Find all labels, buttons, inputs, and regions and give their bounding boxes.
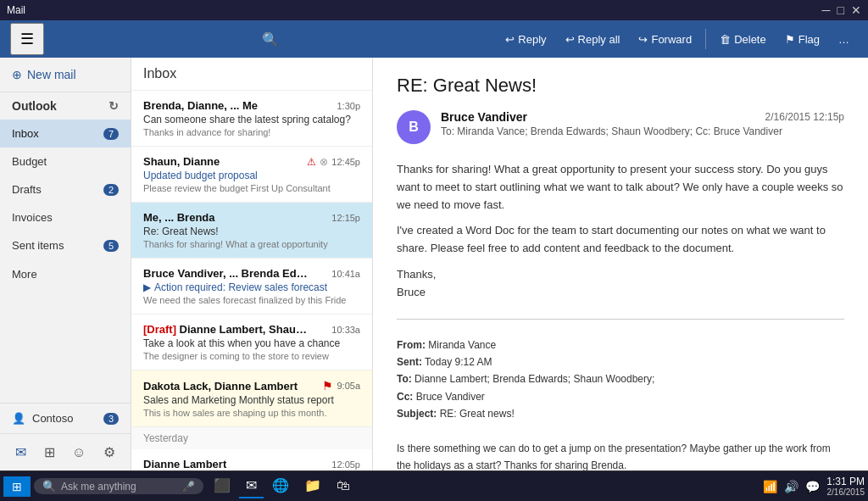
email-item[interactable]: Dakota Lack, Dianne Lambert ⚑ 9:05a Sale… bbox=[131, 370, 372, 427]
email-list: Inbox Brenda, Dianne, ... Me 1:30p Can s… bbox=[131, 58, 373, 470]
email-list-header: Inbox bbox=[131, 58, 372, 91]
people-footer-icon[interactable]: ☺ bbox=[69, 442, 89, 464]
email-subject: Take a look at this when you have a chan… bbox=[143, 337, 360, 349]
account-name: Outlook bbox=[12, 99, 57, 113]
mic-icon[interactable]: 🎤 bbox=[182, 481, 195, 493]
email-time: 12:15p bbox=[331, 213, 360, 223]
window: Mail ─ □ ✕ ☰ 🔍 ↩ Reply ↩ Reply all ↪ For… bbox=[0, 0, 868, 501]
email-item[interactable]: Me, ... Brenda 12:15p Re: Great News! Th… bbox=[131, 203, 372, 259]
notification-icon: 💬 bbox=[805, 480, 820, 493]
email-date: 2/16/2015 12:15p bbox=[765, 111, 844, 123]
maximize-button[interactable]: □ bbox=[837, 3, 844, 17]
email-time: 1:30p bbox=[337, 101, 360, 111]
taskbar-time: 1:31 PM bbox=[826, 476, 865, 487]
email-item[interactable]: Dianne Lambert 12:05p Display refresh Hi… bbox=[131, 449, 372, 470]
email-subject: Can someone share the latest spring cata… bbox=[143, 114, 360, 125]
start-button[interactable]: ⊞ bbox=[3, 476, 31, 497]
email-subject: Re: Great News! bbox=[143, 225, 360, 237]
close-button[interactable]: ✕ bbox=[851, 3, 861, 17]
sidebar-account-header: Outlook ↻ bbox=[0, 92, 131, 120]
search-icon[interactable]: 🔍 bbox=[262, 31, 279, 47]
taskbar-search-input[interactable] bbox=[61, 481, 177, 493]
toolbar-action-buttons: ↩ Reply ↩ Reply all ↪ Forward 🗑 Delete ⚑… bbox=[497, 28, 858, 51]
flag-indicator-icon: ⚑ bbox=[322, 379, 333, 392]
action-text: Action required: Review sales forecast bbox=[154, 281, 327, 293]
flag-button[interactable]: ⚑ Flag bbox=[776, 28, 828, 51]
taskbar-app-mail[interactable]: ✉ bbox=[239, 474, 264, 498]
sidebar-item-invoices[interactable]: Invoices bbox=[0, 203, 131, 231]
sidebar-footer: ✉ ⊞ ☺ ⚙ bbox=[0, 433, 131, 470]
taskbar-app-explorer[interactable]: 📁 bbox=[298, 474, 328, 498]
refresh-icon[interactable]: ↻ bbox=[108, 99, 119, 113]
quoted-block-1: From: Miranda Vance Sent: Today 9:12 AM … bbox=[397, 337, 844, 470]
taskbar: ⊞ 🔍 🎤 ⬛ ✉ 🌐 📁 🛍 📶 🔊 💬 1:31 PM 2/16/2015 bbox=[0, 470, 868, 501]
account-icon: 👤 bbox=[12, 412, 25, 425]
email-preview: Please review the budget First Up Consul… bbox=[143, 183, 360, 193]
email-time: 9:05a bbox=[337, 381, 360, 391]
taskbar-search-icon: 🔍 bbox=[42, 480, 56, 493]
taskbar-clock: 1:31 PM 2/16/2015 bbox=[826, 476, 865, 497]
volume-icon: 🔊 bbox=[784, 480, 798, 493]
email-item[interactable]: Brenda, Dianne, ... Me 1:30p Can someone… bbox=[131, 91, 372, 147]
email-time: 10:33a bbox=[331, 325, 360, 335]
email-preview: Thanks in advance for sharing! bbox=[143, 127, 360, 137]
taskbar-right: 📶 🔊 💬 1:31 PM 2/16/2015 bbox=[763, 476, 865, 497]
flag-icon: ⚑ bbox=[785, 33, 795, 46]
mail-footer-icon[interactable]: ✉ bbox=[12, 441, 30, 464]
email-detail-meta: Bruce Vandiver 2/16/2015 12:15p To: Mira… bbox=[441, 110, 844, 137]
email-item[interactable]: Shaun, Dianne ⚠ ⊗ 12:45p Updated budget … bbox=[131, 147, 372, 203]
reply-all-icon: ↩ bbox=[565, 33, 575, 46]
network-icon: 📶 bbox=[763, 480, 777, 493]
email-time: 12:45p bbox=[331, 157, 360, 167]
window-controls: ─ □ ✕ bbox=[822, 3, 861, 17]
sidebar-navigation: Inbox 7 Budget Drafts 2 Invoices Sent it… bbox=[0, 120, 131, 259]
email-time: 10:41a bbox=[331, 269, 360, 279]
sidebar-item-budget[interactable]: Budget bbox=[0, 148, 131, 175]
delete-button[interactable]: 🗑 Delete bbox=[711, 28, 775, 51]
taskbar-app-browser[interactable]: 🌐 bbox=[265, 474, 296, 498]
email-time: 12:05p bbox=[331, 459, 360, 470]
account-label: Contoso bbox=[32, 412, 73, 425]
apps-footer-icon[interactable]: ⊞ bbox=[41, 441, 58, 464]
email-preview: This is how sales are shaping up this mo… bbox=[143, 408, 360, 418]
email-preview: Thanks for sharing! What a great opportu… bbox=[143, 239, 360, 249]
settings-footer-icon[interactable]: ⚙ bbox=[100, 441, 119, 464]
error-icon: ⚠ bbox=[307, 156, 316, 168]
more-folders-button[interactable]: More bbox=[0, 259, 131, 289]
email-detail-subject: RE: Great News! bbox=[397, 75, 844, 97]
taskbar-app-store[interactable]: 🛍 bbox=[330, 475, 357, 498]
email-subject: Sales and Marketing Monthly status repor… bbox=[143, 394, 360, 406]
email-from: Dianne Lambert bbox=[143, 458, 226, 470]
sidebar-item-sent[interactable]: Sent items 5 bbox=[0, 231, 131, 259]
more-button[interactable]: … bbox=[830, 28, 858, 51]
toolbar: ☰ 🔍 ↩ Reply ↩ Reply all ↪ Forward 🗑 Dele… bbox=[0, 20, 868, 58]
email-to-line: To: Miranda Vance; Brenda Edwards; Shaun… bbox=[441, 125, 844, 137]
email-from: Dakota Lack, Dianne Lambert bbox=[143, 380, 298, 392]
main-content: ⊕ New mail Outlook ↻ Inbox 7 Budget Draf… bbox=[0, 58, 868, 470]
email-action-row: ▶ Action required: Review sales forecast bbox=[143, 281, 360, 293]
sidebar-item-inbox[interactable]: Inbox 7 bbox=[0, 120, 131, 148]
email-item[interactable]: [Draft] Dianne Lambert, Shaun Wo... 10:3… bbox=[131, 315, 372, 370]
forward-button[interactable]: ↪ Forward bbox=[630, 28, 700, 51]
new-mail-icon: ⊕ bbox=[12, 68, 22, 81]
cancel-icon: ⊗ bbox=[320, 156, 328, 168]
reply-all-button[interactable]: ↩ Reply all bbox=[557, 28, 629, 51]
taskbar-search[interactable]: 🔍 🎤 bbox=[34, 478, 203, 494]
minimize-button[interactable]: ─ bbox=[822, 3, 831, 17]
new-mail-button[interactable]: ⊕ New mail bbox=[0, 58, 131, 92]
email-body: Thanks for sharing! What a great opportu… bbox=[397, 161, 844, 302]
email-item[interactable]: Bruce Vandiver, ... Brenda Edwards 10:41… bbox=[131, 259, 372, 315]
taskbar-date: 2/16/2015 bbox=[826, 487, 865, 497]
sender-name: Bruce Vandiver bbox=[441, 110, 527, 124]
toolbar-separator bbox=[705, 29, 706, 49]
email-from: Brenda, Dianne, ... Me bbox=[143, 99, 258, 112]
taskbar-apps: ⬛ ✉ 🌐 📁 🛍 bbox=[207, 474, 357, 498]
delete-icon: 🗑 bbox=[720, 33, 731, 46]
sent-badge: 5 bbox=[103, 240, 119, 252]
taskbar-app-taskview[interactable]: ⬛ bbox=[207, 474, 237, 498]
reply-button[interactable]: ↩ Reply bbox=[497, 28, 554, 51]
email-detail-header: B Bruce Vandiver 2/16/2015 12:15p To: Mi… bbox=[397, 110, 844, 144]
sidebar-item-drafts[interactable]: Drafts 2 bbox=[0, 175, 131, 203]
hamburger-button[interactable]: ☰ bbox=[10, 23, 44, 55]
email-from: Me, ... Brenda bbox=[143, 211, 215, 224]
